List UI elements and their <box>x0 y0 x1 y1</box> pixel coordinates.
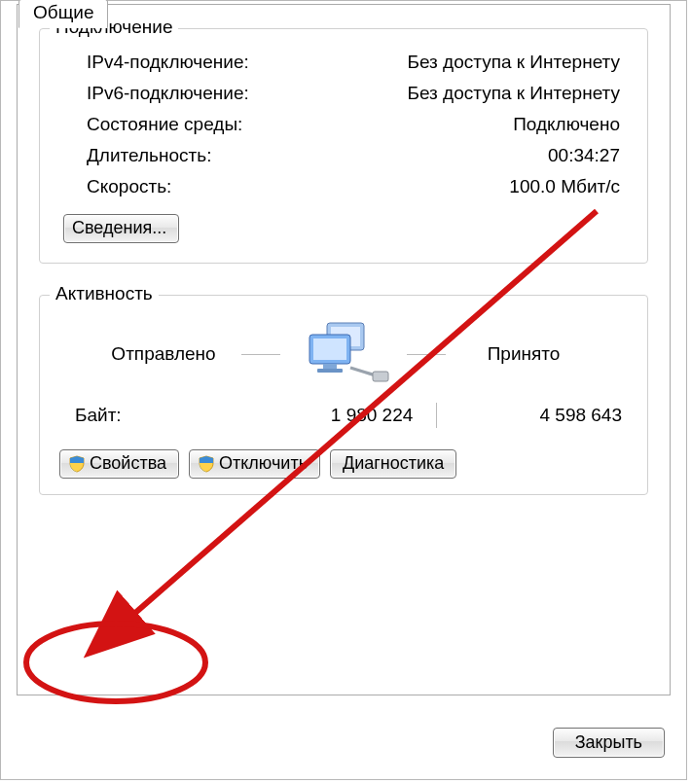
activity-sent-label: Отправлено <box>95 343 232 365</box>
row-bytes: Байт: 1 980 224 4 598 643 <box>57 397 630 434</box>
shield-icon <box>198 455 215 473</box>
media-state-value: Подключено <box>513 114 620 135</box>
connection-group: Подключение IPv4-подключение: Без доступ… <box>39 28 648 264</box>
diagnose-button[interactable]: Диагностика <box>330 449 456 479</box>
bytes-received-value: 4 598 643 <box>446 405 622 426</box>
ipv4-label: IPv4-подключение: <box>87 52 249 73</box>
row-media: Состояние среды: Подключено <box>57 109 630 140</box>
speed-value: 100.0 Мбит/с <box>509 176 620 197</box>
close-button[interactable]: Закрыть <box>553 728 665 758</box>
diagnose-button-label: Диагностика <box>343 453 444 474</box>
tab-panel-general: Подключение IPv4-подключение: Без доступ… <box>17 4 671 695</box>
disable-button-label: Отключить <box>219 453 308 474</box>
disable-button[interactable]: Отключить <box>189 449 320 479</box>
close-button-label: Закрыть <box>575 732 642 753</box>
divider <box>241 354 280 355</box>
duration-label: Длительность: <box>87 145 211 166</box>
row-speed: Скорость: 100.0 Мбит/с <box>57 171 630 202</box>
row-ipv6: IPv6-подключение: Без доступа к Интернет… <box>57 78 630 109</box>
row-duration: Длительность: 00:34:27 <box>57 140 630 171</box>
shield-icon <box>68 455 86 473</box>
activity-header: Отправлено <box>57 319 630 389</box>
bytes-label: Байт: <box>75 405 251 426</box>
connection-status-dialog: Общие Подключение IPv4-подключение: Без … <box>0 0 687 780</box>
details-button[interactable]: Сведения... <box>63 214 179 243</box>
network-computers-icon <box>290 319 397 389</box>
activity-group-title: Активность <box>50 283 159 304</box>
activity-received-label: Принято <box>455 343 592 365</box>
svg-rect-6 <box>373 372 388 381</box>
bytes-sent-value: 1 980 224 <box>251 405 427 426</box>
svg-rect-5 <box>317 369 343 373</box>
properties-button[interactable]: Свойства <box>59 449 179 479</box>
dialog-footer: Закрыть <box>553 728 665 758</box>
speed-label: Скорость: <box>87 176 171 197</box>
ipv4-value: Без доступа к Интернету <box>407 52 620 73</box>
activity-group: Активность Отправлено <box>39 295 648 495</box>
divider <box>407 354 446 355</box>
svg-rect-3 <box>313 339 346 360</box>
duration-value: 00:34:27 <box>548 145 620 166</box>
svg-rect-4 <box>323 364 337 369</box>
tab-general[interactable]: Общие <box>18 0 108 28</box>
details-button-label: Сведения... <box>72 218 166 238</box>
divider <box>436 403 437 428</box>
tab-strip: Общие <box>18 0 108 28</box>
media-state-label: Состояние среды: <box>87 114 242 135</box>
properties-button-label: Свойства <box>90 453 166 474</box>
ipv6-value: Без доступа к Интернету <box>407 83 620 104</box>
ipv6-label: IPv6-подключение: <box>87 83 249 104</box>
activity-action-buttons: Свойства Отключить Диагностика <box>57 434 630 479</box>
row-ipv4: IPv4-подключение: Без доступа к Интернет… <box>57 47 630 78</box>
